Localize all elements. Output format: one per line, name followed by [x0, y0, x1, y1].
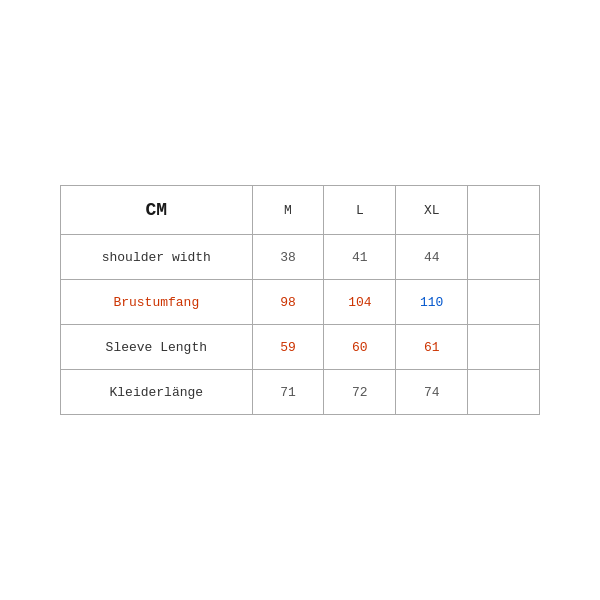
value-kleider-l: 72	[324, 370, 396, 415]
header-row: CM M L XL	[61, 186, 540, 235]
value-brustumfang-l: 104	[324, 280, 396, 325]
size-chart-table: CM M L XL shoulder width	[60, 185, 540, 415]
value-brustumfang-xl: 110	[396, 280, 468, 325]
extra-sleeve	[468, 325, 540, 370]
row-kleiderlaenge: Kleiderlänge 71 72 74	[61, 370, 540, 415]
value-shoulder-xl: 44	[396, 235, 468, 280]
header-m-label: M	[284, 203, 292, 218]
header-extra-cell	[468, 186, 540, 235]
header-xl-cell: XL	[396, 186, 468, 235]
value-sleeve-m: 59	[252, 325, 324, 370]
row-brustumfang: Brustumfang 98 104 110	[61, 280, 540, 325]
label-shoulder-width: shoulder width	[61, 235, 253, 280]
row-sleeve-length: Sleeve Length 59 60 61	[61, 325, 540, 370]
value-sleeve-l: 60	[324, 325, 396, 370]
value-kleider-xl: 74	[396, 370, 468, 415]
size-chart-wrapper: CM M L XL shoulder width	[60, 185, 540, 415]
label-brustumfang: Brustumfang	[61, 280, 253, 325]
row-shoulder-width: shoulder width 38 41 44	[61, 235, 540, 280]
value-kleider-m: 71	[252, 370, 324, 415]
label-kleiderlaenge: Kleiderlänge	[61, 370, 253, 415]
value-shoulder-m: 38	[252, 235, 324, 280]
value-brustumfang-m: 98	[252, 280, 324, 325]
header-cm-label: CM	[145, 200, 167, 220]
header-cm-cell: CM	[61, 186, 253, 235]
extra-brustumfang	[468, 280, 540, 325]
value-shoulder-l: 41	[324, 235, 396, 280]
header-l-label: L	[356, 203, 364, 218]
value-sleeve-xl: 61	[396, 325, 468, 370]
extra-shoulder	[468, 235, 540, 280]
label-sleeve-length: Sleeve Length	[61, 325, 253, 370]
header-xl-label: XL	[424, 203, 440, 218]
header-m-cell: M	[252, 186, 324, 235]
header-l-cell: L	[324, 186, 396, 235]
extra-kleider	[468, 370, 540, 415]
